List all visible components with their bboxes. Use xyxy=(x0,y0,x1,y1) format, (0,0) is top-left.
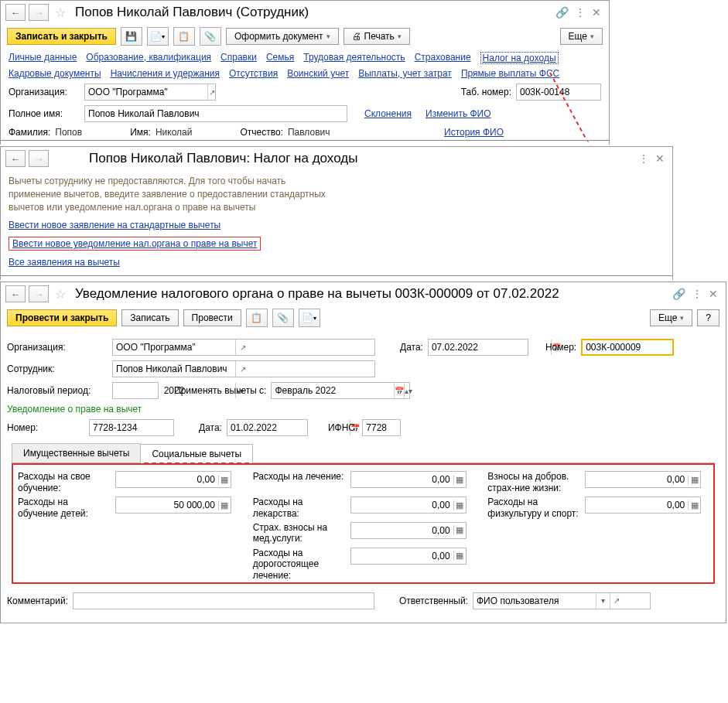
name-value: Николай xyxy=(156,127,193,138)
create-document-button[interactable]: Оформить документ ▾ xyxy=(226,28,339,45)
chevron-down-icon[interactable]: ▾ xyxy=(596,593,610,609)
info-note: Вычеты сотруднику не предоставляются. Дл… xyxy=(9,175,333,213)
link-icon[interactable]: 🔗 xyxy=(555,6,569,19)
forward-button[interactable]: → xyxy=(29,150,49,167)
more-button[interactable]: Еще ▾ xyxy=(650,309,692,326)
attach-icon-button[interactable]: 📎 xyxy=(272,309,294,327)
print-button[interactable]: 🖨 Печать ▾ xyxy=(343,28,410,45)
link-icon[interactable]: 🔗 xyxy=(672,288,685,300)
kebab-icon[interactable]: ⋮ xyxy=(692,288,702,300)
calculator-icon[interactable]: ▦ xyxy=(688,475,700,485)
list-icon-button[interactable]: 📋 xyxy=(173,27,195,46)
fullname-field[interactable] xyxy=(84,105,347,122)
nav-link[interactable]: Кадровые документы xyxy=(9,68,101,79)
favorite-star-icon[interactable]: ☆ xyxy=(55,287,66,302)
date-field[interactable]: 📅 xyxy=(428,339,528,356)
nav-link[interactable]: Воинский учет xyxy=(287,68,349,79)
emp-field[interactable]: ↗ xyxy=(112,360,375,377)
patr-value: Павлович xyxy=(288,127,330,138)
attach-icon-button[interactable]: 📎 xyxy=(200,27,221,46)
ifns-field[interactable] xyxy=(362,419,401,436)
calculator-icon[interactable]: ▦ xyxy=(453,525,466,535)
new-doc-icon-button[interactable]: 📄▾ xyxy=(147,27,169,46)
own-edu-field[interactable]: ▦ xyxy=(115,471,231,488)
tab-property[interactable]: Имущественные вычеты xyxy=(12,443,141,462)
post-and-close-button[interactable]: Провести и закрыть xyxy=(7,309,117,326)
forward-button[interactable]: → xyxy=(29,4,49,21)
surname-value: Попов xyxy=(55,127,82,138)
nav-links-row-1: Личные данные Образование, квалификация … xyxy=(1,50,609,67)
forward-button[interactable]: → xyxy=(29,285,49,302)
life-ins-field[interactable]: ▦ xyxy=(585,471,701,488)
notice-num-label: Номер: xyxy=(7,422,84,433)
new-tax-notice-link[interactable]: Ввести новое уведомление нал.органа о пр… xyxy=(12,238,257,249)
nav-link[interactable]: Начисления и удержания xyxy=(111,68,220,79)
calculator-icon[interactable]: ▦ xyxy=(453,500,466,510)
child-edu-field[interactable]: ▦ xyxy=(115,497,231,514)
history-fio-link[interactable]: История ФИО xyxy=(444,127,504,138)
close-icon[interactable]: ✕ xyxy=(709,288,718,300)
post-button[interactable]: Провести xyxy=(183,309,241,326)
org-field[interactable]: ↗ xyxy=(84,84,216,101)
favorite-star-icon[interactable]: ☆ xyxy=(55,5,66,20)
open-icon[interactable]: ↗ xyxy=(610,593,624,609)
org-field[interactable]: ↗ xyxy=(112,339,375,356)
notice-num-field[interactable] xyxy=(89,419,174,436)
notice-date-field[interactable]: 📅 xyxy=(227,419,308,436)
save-icon-button[interactable]: 💾 xyxy=(121,27,142,46)
back-button[interactable]: ← xyxy=(5,150,26,167)
apply-from-field[interactable]: 📅▴▾ xyxy=(271,382,410,399)
calculator-icon[interactable]: ▦ xyxy=(453,475,466,485)
emp-label: Сотрудник: xyxy=(7,363,108,374)
exp-treat-field[interactable]: ▦ xyxy=(350,548,467,565)
nav-link[interactable]: Страхование xyxy=(415,52,471,64)
meds-field[interactable]: ▦ xyxy=(350,497,467,514)
nav-link[interactable]: Трудовая деятельность xyxy=(303,52,405,64)
new-doc-icon-button[interactable]: 📄▾ xyxy=(299,309,320,327)
nav-link-active[interactable]: Налог на доходы xyxy=(480,52,559,64)
num-field[interactable] xyxy=(581,339,674,356)
open-icon[interactable]: ↗ xyxy=(235,340,249,355)
tax-period-field[interactable]: ▴▾ xyxy=(112,382,159,399)
calculator-icon[interactable]: ▦ xyxy=(688,500,700,510)
kebab-icon[interactable]: ⋮ xyxy=(575,6,586,19)
tab-num-field[interactable] xyxy=(516,84,601,101)
open-icon[interactable]: ↗ xyxy=(235,361,249,377)
close-icon[interactable]: ✕ xyxy=(655,152,665,165)
all-applications-link[interactable]: Все заявления на вычеты xyxy=(9,257,120,268)
responsible-field[interactable]: ▾↗ xyxy=(473,592,651,609)
nav-link[interactable]: Отсутствия xyxy=(229,68,278,79)
nav-link[interactable]: Образование, квалификация xyxy=(86,52,211,64)
nav-link[interactable]: Справки xyxy=(220,52,257,64)
more-button[interactable]: Еще ▾ xyxy=(560,28,603,45)
edit-fio-link[interactable]: Изменить ФИО xyxy=(426,108,491,119)
back-button[interactable]: ← xyxy=(5,285,26,302)
calculator-icon[interactable]: ▦ xyxy=(453,551,466,561)
treat-field[interactable]: ▦ xyxy=(350,471,467,488)
calculator-icon[interactable]: ▦ xyxy=(218,500,231,510)
open-icon[interactable]: ↗ xyxy=(207,84,215,100)
comment-field[interactable] xyxy=(73,592,374,609)
spinner-icon[interactable]: ▴▾ xyxy=(404,383,412,398)
name-label: Имя: xyxy=(130,127,151,138)
list-icon-button[interactable]: 📋 xyxy=(246,309,268,327)
comment-label: Комментарий: xyxy=(7,596,68,606)
calendar-icon[interactable]: 📅 xyxy=(394,383,404,398)
nav-link[interactable]: Личные данные xyxy=(9,52,77,64)
tab-social[interactable]: Социальные вычеты xyxy=(140,444,253,463)
declensions-link[interactable]: Склонения xyxy=(364,108,412,119)
med-ins-field[interactable]: ▦ xyxy=(350,522,467,539)
sport-field[interactable]: ▦ xyxy=(585,497,701,514)
new-standard-deduction-link[interactable]: Ввести новое заявление на стандартные вы… xyxy=(9,220,220,230)
back-button[interactable]: ← xyxy=(5,4,26,21)
med-ins-label: Страх. взносы на мед.услуги: xyxy=(253,522,346,544)
close-icon[interactable]: ✕ xyxy=(592,6,601,19)
nav-link[interactable]: Семья xyxy=(266,52,294,64)
calculator-icon[interactable]: ▦ xyxy=(218,475,231,485)
save-button[interactable]: Записать xyxy=(121,309,178,326)
help-button[interactable]: ? xyxy=(697,309,719,326)
save-and-close-button[interactable]: Записать и закрыть xyxy=(7,28,116,45)
nav-link[interactable]: Прямые выплаты ФСС xyxy=(461,68,559,79)
kebab-icon[interactable]: ⋮ xyxy=(638,152,649,165)
nav-link[interactable]: Выплаты, учет затрат xyxy=(358,68,452,79)
